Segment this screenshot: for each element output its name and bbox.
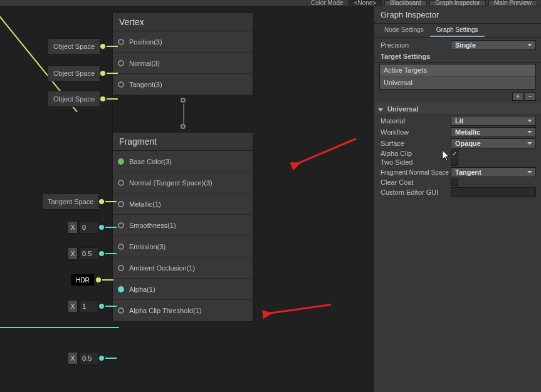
universal-foldout[interactable]: Universal <box>374 103 541 115</box>
precision-dropdown[interactable]: Single <box>451 40 536 50</box>
value-field[interactable]: 0 <box>79 221 99 234</box>
custom-gui-label: Custom Editor GUI <box>381 188 451 196</box>
top-toolbar: Color Mode <None> Blackboard Graph Inspe… <box>0 0 541 6</box>
wire <box>105 306 117 307</box>
active-targets-header: Active Targets <box>380 64 535 76</box>
add-target-button[interactable]: + <box>512 92 523 101</box>
wire <box>107 98 118 100</box>
hdr-swatch[interactable]: HDR <box>71 274 95 286</box>
clear-coat-checkbox[interactable] <box>451 178 458 186</box>
workflow-row: Workflow Metallic <box>374 126 541 138</box>
alpha-clip-row: Alpha Clip ✓ <box>374 149 541 158</box>
inspector-tabs: Node Settings Graph Settings <box>374 24 541 38</box>
port-label: Normal (Tangent Space)(3) <box>129 179 213 187</box>
space-pill[interactable]: Object Space <box>48 38 100 54</box>
wire-dot <box>99 225 104 230</box>
surface-label: Surface <box>381 140 451 147</box>
x-button[interactable]: X <box>68 300 78 312</box>
color-mode-label: Color Mode <box>308 0 346 6</box>
node-connector-bottom <box>181 124 186 129</box>
custom-editor-gui-row: Custom Editor GUI <box>374 187 541 198</box>
workflow-dropdown[interactable]: Metallic <box>451 127 536 137</box>
target-settings-header: Target Settings <box>374 51 541 63</box>
material-dropdown[interactable]: Lit <box>451 116 536 126</box>
material-label: Material <box>381 117 451 125</box>
wire-dot <box>100 96 105 101</box>
port-in[interactable] <box>118 158 124 165</box>
space-pill[interactable]: Object Space <box>48 65 100 81</box>
annotation-arrow <box>292 138 356 167</box>
fns-label: Fragment Normal Space <box>381 169 451 176</box>
custom-gui-input[interactable] <box>451 187 536 197</box>
value-field[interactable]: 0.5 <box>79 247 99 260</box>
material-row: Material Lit <box>374 115 541 126</box>
input-pill[interactable]: X 0 <box>68 217 224 238</box>
fns-dropdown[interactable]: Tangent <box>451 167 536 177</box>
workflow-label: Workflow <box>381 128 451 136</box>
input-pill[interactable]: Tangent Space <box>42 191 224 212</box>
annotation-arrow <box>264 304 331 315</box>
wire <box>107 46 118 47</box>
x-button[interactable]: X <box>68 247 78 260</box>
remove-target-button[interactable]: − <box>525 92 536 101</box>
wire-dot <box>99 251 104 256</box>
fragment-title: Fragment <box>113 133 253 151</box>
fragment-normal-row[interactable]: Normal (Tangent Space)(3) <box>113 172 253 193</box>
wire-dot <box>99 304 104 309</box>
input-pill[interactable]: Object Space <box>48 88 224 110</box>
wire-dot <box>99 199 104 204</box>
wire <box>105 253 117 254</box>
inspector-title: Graph Inspector <box>374 6 541 24</box>
blackboard-button[interactable]: Blackboard <box>384 0 427 6</box>
space-pill[interactable]: Tangent Space <box>42 193 99 210</box>
two-sided-checkbox[interactable] <box>451 158 458 166</box>
fragment-normal-space-row: Fragment Normal Space Tangent <box>374 167 541 178</box>
x-button[interactable]: X <box>68 352 78 364</box>
wire-dot <box>100 71 105 76</box>
space-pill[interactable]: Object Space <box>48 91 100 107</box>
surface-dropdown[interactable]: Opaque <box>451 138 536 148</box>
graph-inspector-panel: Graph Inspector Node Settings Graph Sett… <box>374 6 541 392</box>
input-pill[interactable]: Object Space <box>48 36 224 57</box>
color-mode-dropdown[interactable]: <None> <box>349 0 382 6</box>
tab-graph-settings[interactable]: Graph Settings <box>430 24 485 37</box>
input-pill[interactable]: X 0.5 <box>68 348 224 369</box>
input-pill[interactable]: Object Space <box>48 63 224 84</box>
edge-teal <box>0 327 119 328</box>
alpha-clip-label: Alpha Clip <box>381 150 451 157</box>
active-targets-list: Active Targets Universal <box>379 64 536 90</box>
two-sided-label: Two Sided <box>381 158 451 166</box>
input-pill[interactable]: X 0.5 <box>68 243 224 264</box>
graph-inspector-button[interactable]: Graph Inspector <box>429 0 486 6</box>
vertex-title: Vertex <box>113 13 253 31</box>
clear-coat-label: Clear Coat <box>381 178 451 186</box>
active-targets-item[interactable]: Universal <box>380 76 535 89</box>
port-in[interactable] <box>118 180 124 186</box>
wire-dot <box>99 356 104 361</box>
surface-row: Surface Opaque <box>374 138 541 149</box>
wire-dot <box>100 44 105 49</box>
value-field[interactable]: 1 <box>79 300 99 312</box>
alpha-clip-checkbox[interactable]: ✓ <box>451 150 458 157</box>
main-preview-button[interactable]: Main Preview <box>488 0 537 6</box>
tab-node-settings[interactable]: Node Settings <box>378 24 430 37</box>
precision-row: Precision Single <box>374 39 541 51</box>
wire <box>105 227 117 228</box>
port-label: Base Color(3) <box>129 158 172 165</box>
input-pill[interactable]: X 1 <box>68 296 224 317</box>
input-pill[interactable]: HDR <box>71 269 224 291</box>
precision-label: Precision <box>381 41 451 49</box>
clear-coat-row: Clear Coat <box>374 178 541 187</box>
wire <box>105 201 117 202</box>
x-button[interactable]: X <box>68 221 78 234</box>
fragment-basecolor-row[interactable]: Base Color(3) <box>113 151 253 172</box>
wire <box>102 279 113 281</box>
wire <box>105 358 117 359</box>
graph-canvas[interactable]: Vertex Position(3) Normal(3) Tangent(3) … <box>0 6 371 392</box>
value-field[interactable]: 0.5 <box>79 352 99 364</box>
wire <box>107 73 118 74</box>
wire-dot <box>96 277 101 282</box>
two-sided-row: Two Sided <box>374 158 541 167</box>
